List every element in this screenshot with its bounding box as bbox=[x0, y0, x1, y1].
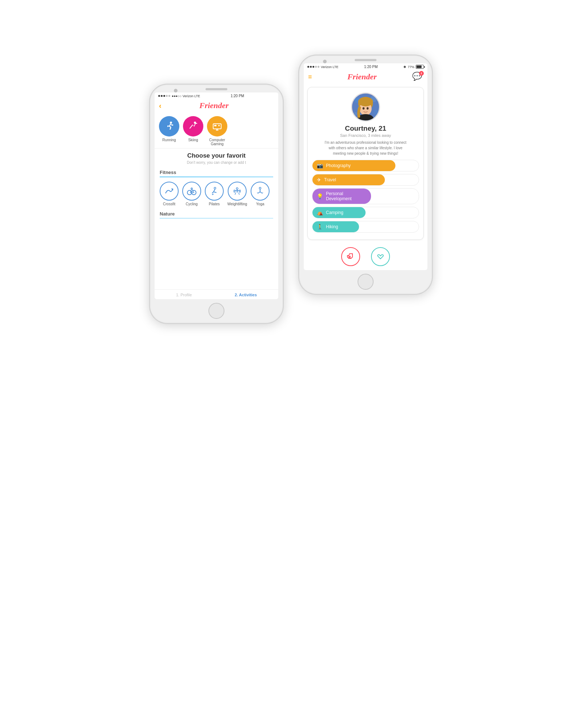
interest-travel[interactable]: ✈ Travel bbox=[312, 174, 419, 186]
back-app-header: ‹ Friender bbox=[155, 99, 278, 112]
back-home-button[interactable] bbox=[208, 303, 224, 319]
front-home-button[interactable] bbox=[358, 274, 374, 290]
nature-label: Nature bbox=[155, 209, 278, 218]
message-badge-wrap[interactable]: 💬 2 bbox=[412, 72, 423, 82]
bottom-nav: 1. Profile 2. Activities bbox=[155, 289, 278, 299]
fitness-label: Fitness bbox=[155, 167, 278, 177]
dislike-button[interactable] bbox=[341, 247, 360, 266]
choose-subtitle: Don't worry, you can change or add t bbox=[160, 161, 272, 165]
front-status-right: ✱ 77% bbox=[403, 65, 424, 69]
front-phone-bottom bbox=[298, 270, 433, 295]
profile-bio: I'm an adventurous professional looking … bbox=[312, 140, 419, 156]
hamburger-menu[interactable]: ≡ bbox=[308, 73, 312, 81]
nav-profile[interactable]: 1. Profile bbox=[176, 293, 192, 297]
hiking-icon: 🚶 bbox=[317, 224, 323, 230]
back-camera bbox=[174, 89, 178, 92]
avatar bbox=[351, 92, 380, 122]
svg-point-11 bbox=[214, 187, 216, 189]
fitness-divider bbox=[160, 177, 273, 177]
front-logo: Friender bbox=[347, 72, 377, 82]
personal-icon: 💡 bbox=[317, 193, 323, 199]
photography-icon: 📷 bbox=[317, 163, 323, 169]
svg-line-13 bbox=[212, 192, 214, 193]
back-phone-bottom bbox=[149, 299, 284, 324]
nav-activities[interactable]: 2. Activities bbox=[235, 293, 257, 297]
signal-dots bbox=[158, 95, 170, 97]
personal-label: Personal Development bbox=[326, 191, 367, 201]
nature-divider bbox=[160, 218, 273, 219]
gaming-circle bbox=[207, 116, 227, 136]
travel-label: Travel bbox=[324, 177, 336, 182]
photography-label: Photography bbox=[326, 163, 351, 168]
front-carrier: Verizon LTE bbox=[321, 65, 338, 69]
svg-line-15 bbox=[212, 194, 214, 195]
fitness-grid: Crossfit Cycling bbox=[155, 180, 278, 209]
svg-point-33 bbox=[363, 107, 365, 109]
phone-back: ●●●○○ Verizon LTE 1:20 PM ‹ Friender bbox=[149, 84, 284, 324]
choose-section: Choose your favorit Don't worry, you can… bbox=[155, 148, 278, 167]
activity-skiing[interactable]: Skiing bbox=[183, 116, 203, 146]
front-screen: Verizon LTE 1:20 PM ✱ 77% ≡ Friender 💬 2 bbox=[304, 63, 427, 270]
message-count: 2 bbox=[419, 71, 424, 76]
cycling-circle bbox=[182, 182, 201, 201]
like-button[interactable] bbox=[371, 247, 390, 266]
svg-rect-20 bbox=[239, 190, 240, 192]
yoga-label: Yoga bbox=[256, 202, 264, 206]
svg-point-4 bbox=[218, 125, 220, 126]
svg-point-0 bbox=[170, 122, 172, 124]
front-time: 1:20 PM bbox=[364, 65, 378, 69]
back-status-left: ●●●○○ Verizon LTE bbox=[158, 94, 200, 98]
crossfit-circle bbox=[160, 182, 179, 201]
camping-label: Camping bbox=[326, 210, 343, 215]
back-status-bar: ●●●○○ Verizon LTE 1:20 PM bbox=[155, 92, 278, 99]
activity-gaming[interactable]: ComputerGaming bbox=[207, 116, 227, 146]
battery-percent: 77% bbox=[408, 65, 414, 69]
svg-point-27 bbox=[373, 110, 378, 114]
profile-card: Courtney, 21 San Francisco, 3 miles away… bbox=[307, 87, 424, 240]
pilates-circle bbox=[205, 182, 224, 201]
profile-location: San Francisco, 3 miles away bbox=[312, 133, 419, 138]
front-status-bar: Verizon LTE 1:20 PM ✱ 77% bbox=[304, 63, 427, 70]
front-signal-dots bbox=[307, 66, 319, 68]
svg-point-28 bbox=[354, 112, 357, 115]
pilates-label: Pilates bbox=[209, 202, 220, 206]
back-button[interactable]: ‹ bbox=[159, 102, 162, 110]
weightlifting-circle bbox=[228, 182, 247, 201]
activity-running[interactable]: Running bbox=[159, 116, 179, 146]
crossfit-label: Crossfit bbox=[163, 202, 175, 206]
interest-camping[interactable]: ⛺ Camping bbox=[312, 207, 419, 218]
front-app-header: ≡ Friender 💬 2 bbox=[304, 70, 427, 84]
hiking-label: Hiking bbox=[326, 224, 338, 229]
fitness-pilates[interactable]: Pilates bbox=[205, 182, 224, 206]
svg-rect-3 bbox=[214, 125, 216, 126]
fitness-cycling[interactable]: Cycling bbox=[182, 182, 201, 206]
profile-name: Courtney, 21 bbox=[312, 124, 419, 132]
battery-icon bbox=[416, 65, 424, 69]
front-status-left: Verizon LTE bbox=[307, 65, 338, 69]
interest-hiking[interactable]: 🚶 Hiking bbox=[312, 221, 419, 233]
camping-icon: ⛺ bbox=[317, 210, 323, 215]
back-logo: Friender bbox=[199, 101, 229, 110]
svg-line-12 bbox=[214, 189, 215, 192]
interest-photography[interactable]: 📷 Photography bbox=[312, 160, 419, 171]
interest-personal[interactable]: 💡 Personal Development bbox=[312, 188, 419, 204]
svg-rect-19 bbox=[234, 190, 235, 192]
running-label: Running bbox=[162, 138, 176, 142]
fitness-yoga[interactable]: Yoga bbox=[251, 182, 270, 206]
back-speaker bbox=[206, 88, 227, 90]
fitness-crossfit[interactable]: Crossfit bbox=[160, 182, 179, 206]
weightlifting-label: Weightlifting bbox=[227, 202, 247, 206]
skiing-circle bbox=[183, 116, 203, 136]
running-circle bbox=[159, 116, 179, 136]
phone-front-top bbox=[298, 55, 433, 63]
svg-point-31 bbox=[358, 97, 373, 106]
bluetooth-icon: ✱ bbox=[403, 65, 406, 69]
fitness-weightlifting[interactable]: Weightlifting bbox=[227, 182, 247, 206]
phone-front: Verizon LTE 1:20 PM ✱ 77% ≡ Friender 💬 2 bbox=[298, 55, 433, 295]
time-back: 1:20 PM bbox=[231, 94, 244, 98]
gaming-label: ComputerGaming bbox=[209, 138, 225, 146]
activity-icons-row: Running Skiing bbox=[155, 112, 278, 148]
svg-point-16 bbox=[236, 187, 238, 189]
svg-line-22 bbox=[239, 193, 239, 195]
svg-line-14 bbox=[214, 192, 216, 193]
